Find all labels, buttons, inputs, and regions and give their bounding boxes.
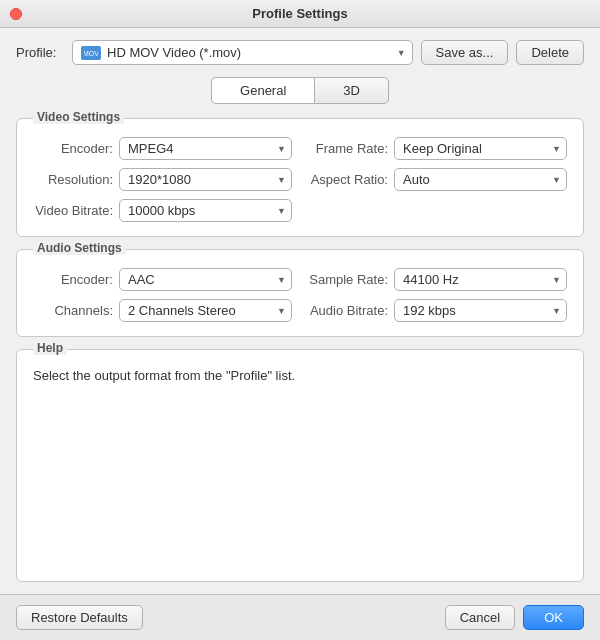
aspect-ratio-select[interactable]: Auto [394,168,567,191]
title-bar: Profile Settings [0,0,600,28]
framerate-row: Frame Rate: Keep Original ▼ [308,137,567,160]
main-content: Profile: MOV HD MOV Video (*.mov) ▼ Save… [0,28,600,594]
encoder-row: Encoder: MPEG4 ▼ [33,137,292,160]
video-settings-grid: Encoder: MPEG4 ▼ Frame Rate: Keep Origin… [33,137,567,222]
encoder-label: Encoder: [33,141,113,156]
framerate-select[interactable]: Keep Original [394,137,567,160]
video-bitrate-select-wrapper: 10000 kbps ▼ [119,199,292,222]
svg-text:MOV: MOV [84,50,98,57]
resolution-select[interactable]: 1920*1080 [119,168,292,191]
audio-bitrate-select-wrapper: 192 kbps ▼ [394,299,567,322]
encoder-select[interactable]: MPEG4 [119,137,292,160]
video-settings-label: Video Settings [33,110,124,124]
bottom-right-buttons: Cancel OK [445,605,584,630]
profile-row: Profile: MOV HD MOV Video (*.mov) ▼ Save… [16,40,584,65]
profile-dropdown-arrow: ▼ [397,48,406,58]
audio-encoder-label: Encoder: [33,272,113,287]
video-settings-section: Video Settings Encoder: MPEG4 ▼ Frame Ra… [16,118,584,237]
video-bitrate-label: Video Bitrate: [33,203,113,218]
channels-row: Channels: 2 Channels Stereo ▼ [33,299,292,322]
framerate-label: Frame Rate: [308,141,388,156]
close-button[interactable] [10,8,22,20]
help-section: Help Select the output format from the "… [16,349,584,582]
audio-settings-section: Audio Settings Encoder: AAC ▼ Sample Rat… [16,249,584,337]
cancel-button[interactable]: Cancel [445,605,515,630]
audio-settings-label: Audio Settings [33,241,126,255]
help-section-label: Help [33,341,67,355]
delete-button[interactable]: Delete [516,40,584,65]
restore-defaults-button[interactable]: Restore Defaults [16,605,143,630]
profile-icon: MOV [81,46,101,60]
encoder-select-wrapper: MPEG4 ▼ [119,137,292,160]
channels-label: Channels: [33,303,113,318]
tab-general[interactable]: General [211,77,314,104]
audio-settings-grid: Encoder: AAC ▼ Sample Rate: 44100 Hz ▼ [33,268,567,322]
audio-bitrate-label: Audio Bitrate: [308,303,388,318]
sample-rate-select-wrapper: 44100 Hz ▼ [394,268,567,291]
tab-3d[interactable]: 3D [314,77,389,104]
profile-label: Profile: [16,45,64,60]
channels-select[interactable]: 2 Channels Stereo [119,299,292,322]
audio-encoder-select[interactable]: AAC [119,268,292,291]
resolution-select-wrapper: 1920*1080 ▼ [119,168,292,191]
resolution-row: Resolution: 1920*1080 ▼ [33,168,292,191]
aspect-ratio-label: Aspect Ratio: [308,172,388,187]
sample-rate-label: Sample Rate: [308,272,388,287]
profile-select[interactable]: MOV HD MOV Video (*.mov) ▼ [72,40,413,65]
video-bitrate-row: Video Bitrate: 10000 kbps ▼ [33,199,292,222]
aspect-ratio-row: Aspect Ratio: Auto ▼ [308,168,567,191]
audio-encoder-row: Encoder: AAC ▼ [33,268,292,291]
audio-bitrate-row: Audio Bitrate: 192 kbps ▼ [308,299,567,322]
video-bitrate-select[interactable]: 10000 kbps [119,199,292,222]
audio-encoder-select-wrapper: AAC ▼ [119,268,292,291]
aspect-ratio-select-wrapper: Auto ▼ [394,168,567,191]
channels-select-wrapper: 2 Channels Stereo ▼ [119,299,292,322]
sample-rate-row: Sample Rate: 44100 Hz ▼ [308,268,567,291]
audio-bitrate-select[interactable]: 192 kbps [394,299,567,322]
save-as-button[interactable]: Save as... [421,40,509,65]
window-title: Profile Settings [252,6,347,21]
ok-button[interactable]: OK [523,605,584,630]
tabs: General 3D [16,77,584,104]
resolution-label: Resolution: [33,172,113,187]
sample-rate-select[interactable]: 44100 Hz [394,268,567,291]
help-text: Select the output format from the "Profi… [33,368,567,383]
framerate-select-wrapper: Keep Original ▼ [394,137,567,160]
bottom-bar: Restore Defaults Cancel OK [0,594,600,640]
profile-selected-value: HD MOV Video (*.mov) [107,45,241,60]
